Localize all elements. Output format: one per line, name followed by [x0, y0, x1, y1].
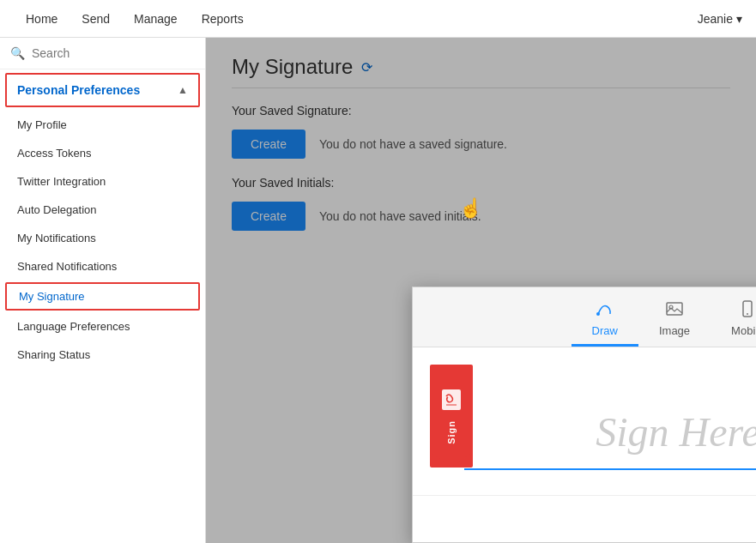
search-box: 🔍: [0, 38, 205, 69]
top-nav: Home Send Manage Reports Jeanie ▾: [0, 0, 756, 38]
nav-send[interactable]: Send: [70, 2, 122, 36]
sidebar-item-shared-notifications[interactable]: Shared Notifications: [0, 252, 205, 281]
svg-rect-1: [667, 303, 682, 315]
user-name: Jeanie: [698, 12, 733, 26]
modal-body: Sign Sign Here: [413, 347, 756, 516]
sidebar-item-my-profile[interactable]: My Profile: [0, 111, 205, 139]
svg-point-0: [596, 312, 600, 316]
nav-manage[interactable]: Manage: [122, 2, 190, 36]
tab-mobile-label: Mobile: [731, 324, 756, 337]
sidebar-item-sharing-status[interactable]: Sharing Status: [0, 341, 205, 369]
sidebar: 🔍 Personal Preferences ▲ My Profile Acce…: [0, 38, 206, 543]
nav-home[interactable]: Home: [14, 2, 70, 36]
sidebar-item-my-signature[interactable]: My Signature: [5, 282, 200, 311]
image-icon: [665, 299, 684, 323]
tab-mobile[interactable]: Mobile: [711, 294, 756, 347]
draw-icon: [596, 299, 614, 323]
sign-flag-pdf-icon: [440, 388, 463, 417]
mobile-icon: [738, 299, 756, 323]
sign-flag-text: Sign: [446, 420, 457, 444]
tab-image-label: Image: [659, 324, 690, 337]
section-header-arrow-icon: ▲: [178, 84, 188, 96]
main-layout: 🔍 Personal Preferences ▲ My Profile Acce…: [0, 38, 756, 543]
content-area: My Signature ⟳ Your Saved Signature: Cre…: [206, 38, 756, 543]
sidebar-item-twitter-integration[interactable]: Twitter Integration: [0, 167, 205, 196]
sidebar-item-access-tokens[interactable]: Access Tokens: [0, 139, 205, 167]
section-header-label: Personal Preferences: [17, 83, 140, 97]
user-menu[interactable]: Jeanie ▾: [698, 12, 742, 26]
tab-image[interactable]: Image: [638, 294, 711, 347]
search-input[interactable]: [32, 46, 195, 60]
search-icon: 🔍: [10, 46, 25, 60]
sidebar-item-language-preferences[interactable]: Language Preferences: [0, 312, 205, 341]
modal-footer: Close Apply: [413, 495, 756, 542]
svg-rect-5: [442, 389, 461, 410]
section-header-personal-preferences[interactable]: Personal Preferences ▲: [5, 73, 200, 107]
svg-point-4: [747, 313, 748, 315]
sign-flag[interactable]: Sign: [430, 365, 473, 468]
user-arrow-icon: ▾: [736, 12, 742, 26]
sign-flag-arrow: [430, 452, 473, 468]
tab-draw[interactable]: Draw: [572, 294, 638, 347]
sign-here-text: Sign Here: [596, 408, 756, 456]
sidebar-item-my-notifications[interactable]: My Notifications: [0, 224, 205, 252]
modal-tabs: Draw Image: [413, 287, 756, 347]
nav-reports[interactable]: Reports: [190, 2, 256, 36]
modal-overlay: Draw Image: [206, 38, 756, 543]
tab-draw-label: Draw: [592, 324, 618, 337]
sidebar-item-auto-delegation[interactable]: Auto Delegation: [0, 196, 205, 224]
modal-box: Draw Image: [412, 287, 756, 543]
signature-line: [464, 468, 756, 470]
